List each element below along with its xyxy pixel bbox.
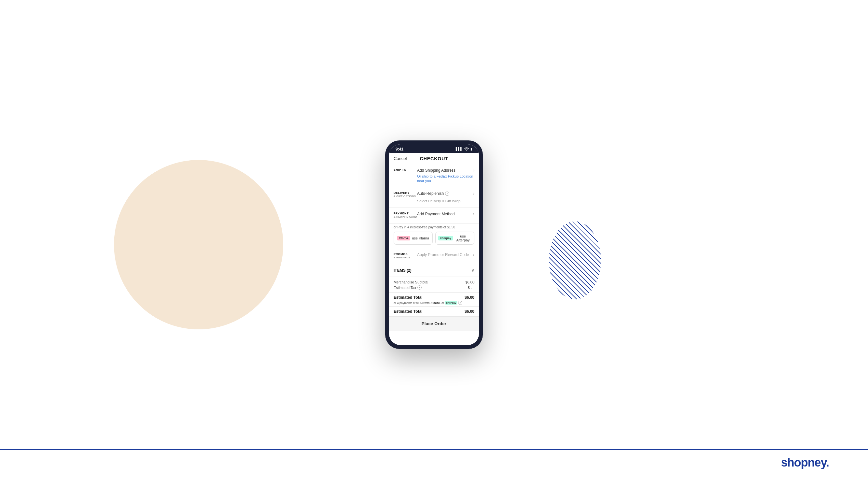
signal-icon: ▌▌▌ bbox=[456, 147, 463, 151]
totals-section: Merchandise Subtotal $6.00 Estimated Tax… bbox=[389, 277, 479, 292]
checkout-title: CHECKOUT bbox=[420, 156, 448, 161]
scroll-content[interactable]: SHIP TO Add Shipping Address › Or ship t… bbox=[389, 164, 479, 345]
auto-replenish-text: Auto-Replenish i bbox=[417, 191, 449, 196]
ship-to-chevron: › bbox=[473, 168, 474, 173]
final-total-value: $6.00 bbox=[465, 309, 474, 314]
payment-note: or 4 payments of $1.50 with Klarna. or a… bbox=[394, 301, 474, 305]
delivery-label: DELIVERY & GIFT OPTIONS bbox=[394, 191, 417, 198]
merchandise-row: Merchandise Subtotal $6.00 bbox=[394, 280, 474, 284]
tax-label: Estimated Tax i bbox=[394, 285, 422, 290]
tax-value: $-.-- bbox=[468, 286, 474, 290]
final-total-section: Estimated Total $6.00 bbox=[389, 307, 479, 317]
fedex-link[interactable]: Or ship to a FedEx Pickup Location near … bbox=[417, 174, 474, 183]
estimated-total-value: $6.00 bbox=[465, 295, 474, 300]
ship-to-action-row[interactable]: Add Shipping Address › bbox=[417, 168, 474, 173]
estimated-total-label: Estimated Total bbox=[394, 295, 422, 300]
use-klarna-label: use Klarna bbox=[412, 236, 429, 240]
ship-to-section: SHIP TO Add Shipping Address › Or ship t… bbox=[389, 164, 479, 188]
place-order-button[interactable]: Place Order bbox=[389, 317, 479, 331]
bottom-line bbox=[0, 449, 868, 450]
afterpay-badge: afterpay bbox=[438, 236, 453, 240]
items-section[interactable]: ITEMS (2) ∨ bbox=[389, 264, 479, 277]
phone-screen: 9:41 ▌▌▌ ▮ Cancel CHECKOUT bbox=[389, 144, 479, 345]
klarna-inline: Klarna. bbox=[431, 301, 441, 305]
wifi-icon bbox=[464, 147, 469, 151]
phone-notch bbox=[418, 144, 450, 151]
promos-chevron: › bbox=[473, 253, 474, 257]
items-chevron-down: ∨ bbox=[471, 268, 474, 273]
use-afterpay-label: use Afterpay bbox=[455, 234, 471, 242]
svg-point-0 bbox=[466, 149, 467, 150]
auto-replenish-row: Auto-Replenish i › bbox=[417, 191, 474, 196]
tax-info-icon[interactable]: i bbox=[417, 285, 422, 290]
status-time: 9:41 bbox=[396, 147, 403, 151]
add-payment-method: Add Payment Method bbox=[417, 212, 455, 216]
ship-to-label: SHIP TO bbox=[394, 168, 417, 172]
promos-section: PROMOS & REWARDS Apply Promo or Reward C… bbox=[389, 249, 479, 264]
estimated-total-section: Estimated Total $6.00 or 4 payments of $… bbox=[389, 292, 479, 307]
final-total-label: Estimated Total bbox=[394, 309, 422, 314]
merchandise-label: Merchandise Subtotal bbox=[394, 280, 428, 284]
merchandise-value: $6.00 bbox=[465, 280, 474, 284]
promos-label: PROMOS & REWARDS bbox=[394, 253, 417, 259]
payment-content: Add Payment Method › bbox=[417, 212, 474, 216]
promos-action-row[interactable]: Apply Promo or Reward Code › bbox=[417, 253, 474, 257]
shopney-logo: shopney. bbox=[781, 456, 829, 469]
payment-action-row[interactable]: Add Payment Method › bbox=[417, 212, 474, 216]
checkout-header: Cancel CHECKOUT bbox=[389, 153, 479, 164]
phone-frame: 9:41 ▌▌▌ ▮ Cancel CHECKOUT bbox=[385, 140, 483, 349]
status-icons: ▌▌▌ ▮ bbox=[456, 147, 472, 151]
final-total-row: Estimated Total $6.00 bbox=[394, 309, 474, 314]
ship-to-content: Add Shipping Address › Or ship to a FedE… bbox=[417, 168, 474, 183]
battery-icon: ▮ bbox=[470, 147, 472, 151]
payment-label: PAYMENT & REWARD CARD bbox=[394, 212, 417, 218]
payment-section: PAYMENT & REWARD CARD Add Payment Method… bbox=[389, 208, 479, 224]
add-shipping-address: Add Shipping Address bbox=[417, 168, 456, 173]
afterpay-button[interactable]: afterpay use Afterpay bbox=[435, 232, 474, 244]
afterpay-inline: afterpay bbox=[445, 301, 457, 305]
phone-wrapper: 9:41 ▌▌▌ ▮ Cancel CHECKOUT bbox=[385, 140, 483, 349]
payment-note-info-icon[interactable]: i bbox=[458, 301, 462, 305]
klarna-note: or Pay in 4 interest-free payments of $1… bbox=[389, 224, 479, 230]
payment-buttons: Klarna. use Klarna afterpay use Afterpay bbox=[389, 230, 479, 249]
bg-stripes bbox=[549, 221, 601, 299]
delivery-section: DELIVERY & GIFT OPTIONS Auto-Replenish i… bbox=[389, 187, 479, 208]
apply-promo-code: Apply Promo or Reward Code bbox=[417, 253, 469, 257]
auto-replenish-info-icon[interactable]: i bbox=[445, 192, 449, 196]
cancel-button[interactable]: Cancel bbox=[394, 156, 407, 161]
payment-chevron: › bbox=[473, 212, 474, 216]
items-title: ITEMS (2) bbox=[394, 268, 411, 273]
delivery-chevron: › bbox=[473, 191, 474, 196]
delivery-content: Auto-Replenish i › Select Delivery & Gif… bbox=[417, 191, 474, 204]
klarna-button[interactable]: Klarna. use Klarna bbox=[394, 232, 433, 244]
bg-circle bbox=[114, 160, 283, 329]
delivery-select[interactable]: Select Delivery & Gift Wrap bbox=[417, 197, 474, 204]
klarna-badge: Klarna. bbox=[397, 236, 410, 240]
tax-row: Estimated Tax i $-.-- bbox=[394, 285, 474, 290]
est-total-row: Estimated Total $6.00 bbox=[394, 295, 474, 300]
promos-content: Apply Promo or Reward Code › bbox=[417, 253, 474, 257]
